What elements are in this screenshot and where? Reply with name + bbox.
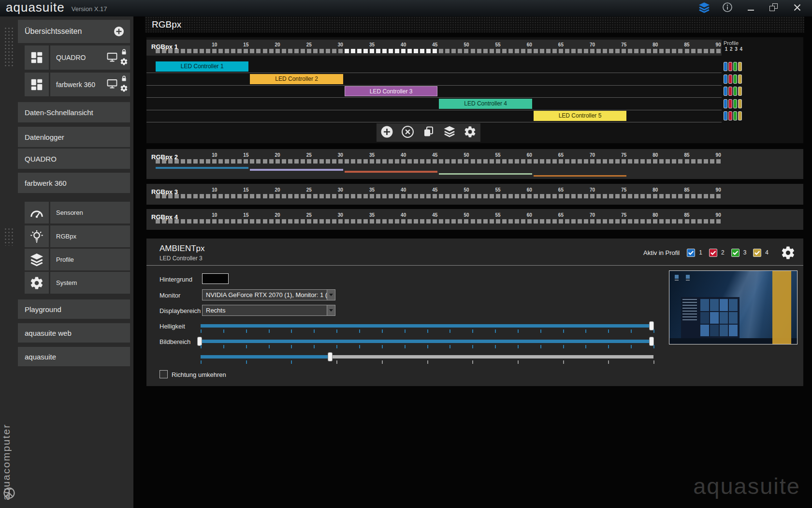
profile-indicator[interactable] [728,99,732,108]
led-square[interactable] [206,159,210,164]
led-square[interactable] [231,159,235,164]
led-square[interactable] [338,219,343,224]
helligkeit-slider-track[interactable] [201,324,653,328]
led-square[interactable] [640,194,645,198]
led-square[interactable] [256,194,261,198]
led-square[interactable] [237,194,242,198]
overlay-layers-button[interactable] [699,3,710,14]
led-square[interactable] [420,194,424,198]
led-square[interactable] [376,219,380,224]
led-square[interactable] [282,194,286,198]
overview-pages-header[interactable]: Übersichtsseiten [18,20,130,43]
led-square[interactable] [313,219,318,224]
led-square[interactable] [515,219,519,224]
controller-line[interactable] [534,175,626,177]
add-controller-button[interactable] [380,126,394,139]
led-square[interactable] [471,159,475,164]
led-square[interactable] [685,219,689,224]
led-square[interactable] [584,219,588,224]
led-square[interactable] [225,219,229,224]
background-color-swatch[interactable] [202,273,229,284]
led-square[interactable] [584,159,588,164]
led-square[interactable] [218,194,223,198]
led-square[interactable] [565,194,569,198]
led-square[interactable] [634,159,638,164]
led-square[interactable] [552,159,557,164]
led-square[interactable] [269,159,274,164]
led-square[interactable] [540,194,544,198]
led-square[interactable] [276,194,280,198]
led-square[interactable] [212,219,217,224]
led-square[interactable] [716,194,721,198]
led-square[interactable] [338,159,343,164]
led-square[interactable] [515,159,519,164]
led-square[interactable] [294,194,299,198]
led-square[interactable] [634,219,638,224]
led-square[interactable] [282,219,286,224]
led-square[interactable] [622,194,626,198]
led-square[interactable] [319,194,324,198]
led-square[interactable] [338,194,343,198]
led-square[interactable] [332,219,336,224]
led-square[interactable] [263,194,267,198]
led-square[interactable] [193,219,198,224]
restore-button[interactable] [768,3,779,14]
led-square[interactable] [426,159,431,164]
led-square[interactable] [559,219,563,224]
led-square[interactable] [200,194,204,198]
sidebar-group-playground[interactable]: Playground [18,299,130,319]
profile-indicator[interactable] [724,75,727,84]
led-square[interactable] [282,159,286,164]
led-square[interactable] [471,194,475,198]
close-button[interactable] [792,3,802,14]
led-square[interactable] [571,219,576,224]
led-square[interactable] [407,194,412,198]
led-square[interactable] [540,219,544,224]
led-square[interactable] [332,194,336,198]
led-square[interactable] [659,219,664,224]
led-square[interactable] [445,159,450,164]
profile-checkbox[interactable] [709,249,717,257]
led-square[interactable] [263,219,267,224]
led-square[interactable] [162,194,166,198]
led-square[interactable] [395,194,399,198]
led-square[interactable] [490,159,494,164]
led-square[interactable] [345,194,349,198]
led-square[interactable] [552,194,557,198]
profile-indicator[interactable] [738,111,742,120]
led-square[interactable] [628,219,632,224]
led-square[interactable] [710,219,714,224]
info-button[interactable] [722,3,733,14]
led-square[interactable] [451,159,456,164]
displaybereich-select[interactable]: Rechts [202,305,335,316]
led-square[interactable] [426,219,431,224]
controller-bar[interactable]: LED Controller 2 [250,74,343,84]
led-square[interactable] [420,159,424,164]
profile-indicator[interactable] [738,62,742,71]
led-square[interactable] [515,194,519,198]
led-square[interactable] [439,219,443,224]
led-square[interactable] [294,159,299,164]
led-square[interactable] [363,194,368,198]
drag-handle-dots[interactable] [4,227,15,246]
led-square[interactable] [540,159,544,164]
led-square[interactable] [477,159,481,164]
led-square[interactable] [458,159,462,164]
led-square[interactable] [672,159,676,164]
profile-indicator[interactable] [724,111,727,120]
led-square[interactable] [351,194,355,198]
led-square[interactable] [206,219,210,224]
led-square[interactable] [496,194,500,198]
led-square[interactable] [439,194,443,198]
led-square[interactable] [256,159,261,164]
led-square[interactable] [609,159,613,164]
led-square[interactable] [458,219,462,224]
led-square[interactable] [634,194,638,198]
led-square[interactable] [181,219,185,224]
bildbereich-position-handle[interactable] [328,352,333,361]
profile-indicator[interactable] [733,87,737,96]
led-square[interactable] [697,194,702,198]
led-square[interactable] [193,194,198,198]
led-square[interactable] [414,219,418,224]
led-square[interactable] [590,219,594,224]
